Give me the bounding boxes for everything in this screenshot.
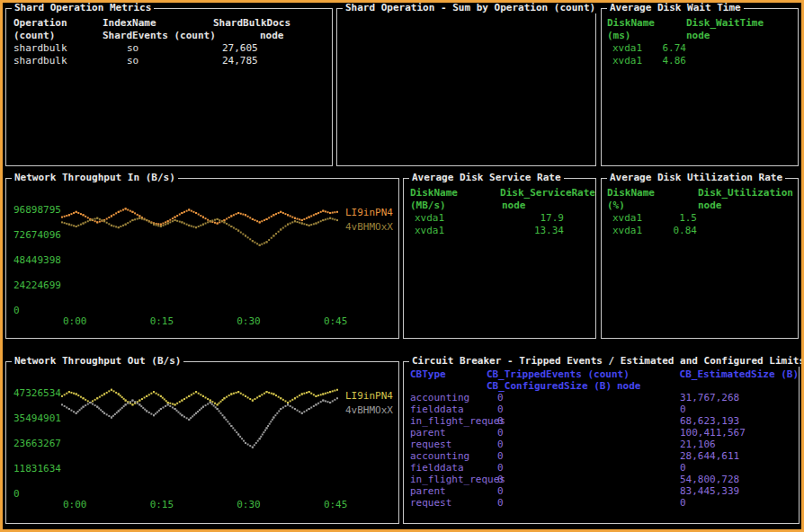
col-header-indexname: IndexName: [103, 17, 213, 30]
panel-title-disk-wait-time: Average Disk Wait Time: [607, 2, 744, 13]
cell-estimated: 28,644,611: [680, 450, 739, 462]
cell-tripped: 0: [487, 497, 680, 509]
y-axis-labels: 47326534 35494901 23663267 11831634 0: [13, 381, 64, 507]
col-header-shardbulkdocs: ShardBulkDocs: [213, 17, 290, 30]
cell-value: 6.74: [652, 42, 686, 55]
x-tick: 0:30: [234, 315, 315, 327]
cell-cbtype: in_flight_reques: [404, 415, 487, 427]
y-tick: 48449398: [13, 248, 64, 273]
x-tick: 0:00: [60, 315, 141, 327]
table-row: request 0 0: [404, 497, 799, 509]
cell-cbtype: request: [404, 439, 487, 450]
y-tick: 24224699: [13, 273, 64, 298]
cell-disk: xvda1: [602, 212, 652, 225]
col-header-count: (count): [6, 30, 103, 42]
col-header-node: node: [213, 30, 284, 42]
cell-estimated: 54,800,728: [680, 474, 739, 485]
x-tick: 0:15: [147, 315, 228, 327]
cell-cbtype: parent: [404, 485, 487, 497]
table-row: shardbulk so 27,605: [6, 42, 332, 55]
panel-circuit-breaker: Circuit Breaker - Tripped Events / Estim…: [403, 361, 800, 524]
table-header-row-2: (MB/s) node: [404, 200, 595, 212]
cell-estimated: 68,623,193: [680, 415, 739, 427]
table-row: fielddata 0 0: [404, 403, 799, 415]
cell-cbtype: request: [404, 497, 487, 509]
cell-operation: shardbulk: [6, 42, 103, 55]
cell-estimated: 0: [680, 403, 686, 415]
col-header-node: node: [502, 200, 526, 212]
cell-estimated: 0: [680, 497, 686, 509]
cell-estimated: 31,767,268: [680, 392, 739, 403]
disk-service-table: DiskName Disk_ServiceRate (MB/s) node xv…: [404, 179, 595, 237]
cell-disk: xvda1: [404, 212, 454, 225]
col-header-cbtype: CBType: [404, 368, 487, 380]
table-header-row: Operation IndexName ShardBulkDocs: [6, 17, 332, 30]
col-header-shardevents: ShardEvents (count): [103, 30, 213, 42]
legend-item-series-2: 4vBHMOxX: [345, 220, 393, 235]
table-header-row-2: (%) node: [602, 200, 798, 212]
cell-docs: 27,605: [213, 42, 258, 55]
cell-tripped: 0: [487, 415, 680, 427]
cell-tripped: 0: [487, 403, 680, 415]
y-tick: 0: [13, 482, 64, 507]
col-header-diskname: DiskName: [404, 187, 500, 200]
col-header-configured: CB_ConfiguredSize (B): [487, 380, 617, 392]
col-header-tripped: CB_TrippedEvents (count): [487, 368, 680, 380]
panel-title-shard-operation-sum: Shard Operation - Sum by Operation (coun…: [343, 2, 598, 13]
y-tick: 23663267: [13, 431, 64, 457]
panel-shard-operation-sum: Shard Operation - Sum by Operation (coun…: [336, 8, 596, 166]
disk-util-table: DiskName Disk_Utilization (%) node xvda1…: [602, 179, 798, 237]
cell-value: 4.86: [652, 55, 686, 67]
legend-item-series-1: LI9inPN4: [345, 389, 393, 403]
spacer: [404, 380, 487, 392]
table-row: xvda1 0.84: [602, 225, 798, 237]
table-row: parent 0 100,411,567: [404, 427, 799, 439]
cell-value: 17.9: [454, 212, 564, 225]
col-header-node: node: [617, 380, 641, 392]
x-tick: 0:30: [234, 499, 315, 510]
cell-tripped: 0: [487, 474, 680, 485]
cell-estimated: 0: [680, 462, 686, 474]
cell-tripped: 0: [487, 462, 680, 474]
cell-tripped: 0: [487, 392, 680, 403]
cell-cbtype: accounting: [404, 450, 487, 462]
panel-shard-operation-metrics: Shard Operation Metrics Operation IndexN…: [5, 8, 333, 166]
cell-tripped: 0: [487, 427, 680, 439]
table-row: request 0 21,106: [404, 439, 799, 450]
col-header-mbs: (MB/s): [404, 200, 502, 212]
cell-tripped: 0: [487, 485, 680, 497]
panel-disk-service-rate: Average Disk Service Rate DiskName Disk_…: [403, 178, 596, 339]
legend-item-series-2: 4vBHMOxX: [345, 403, 393, 418]
y-tick: 96898795: [13, 198, 64, 223]
table-row: accounting 0 31,767,268: [404, 392, 799, 403]
table-row: xvda1 6.74: [602, 42, 798, 55]
panel-network-throughput-out: Network Throughput Out (B/s) 47326534 35…: [5, 361, 399, 524]
table-header-row-2: CB_ConfiguredSize (B) node: [404, 380, 799, 392]
cell-cbtype: accounting: [404, 392, 487, 403]
table-row: accounting 0 28,644,611: [404, 450, 799, 462]
y-tick: 0: [13, 298, 64, 324]
table-header-row-2: (ms) node: [602, 30, 798, 42]
col-header-waittime: Disk_WaitTime: [686, 17, 764, 30]
cell-tripped: 0: [487, 450, 680, 462]
x-tick: 0:45: [321, 499, 402, 510]
y-tick: 35494901: [13, 406, 64, 431]
table-row: xvda1 1.5: [602, 212, 798, 225]
col-header-utilization: Disk_Utilization: [698, 187, 793, 200]
cell-value: 0.84: [652, 225, 697, 237]
table-row: parent 0 83,445,339: [404, 485, 799, 497]
y-tick: 11831634: [13, 457, 64, 482]
x-axis-labels: 0:00 0:15 0:30 0:45: [60, 315, 402, 327]
y-tick: 47326534: [13, 381, 64, 406]
table-row: xvda1 13.34: [404, 225, 595, 237]
col-header-estimated: CB_EstimatedSize (B): [680, 368, 799, 380]
cell-estimated: 100,411,567: [680, 427, 746, 439]
table-row: fielddata 0 0: [404, 462, 799, 474]
panel-title-network-in: Network Throughput In (B/s): [12, 172, 178, 183]
y-axis-labels: 96898795 72674096 48449398 24224699 0: [13, 198, 64, 324]
circuit-breaker-table: CBType CB_TrippedEvents (count) CB_Estim…: [404, 362, 799, 509]
cell-disk: xvda1: [602, 225, 652, 237]
x-tick: 0:00: [60, 499, 141, 510]
cell-index: so: [103, 55, 213, 67]
network-in-chart: [60, 203, 341, 309]
